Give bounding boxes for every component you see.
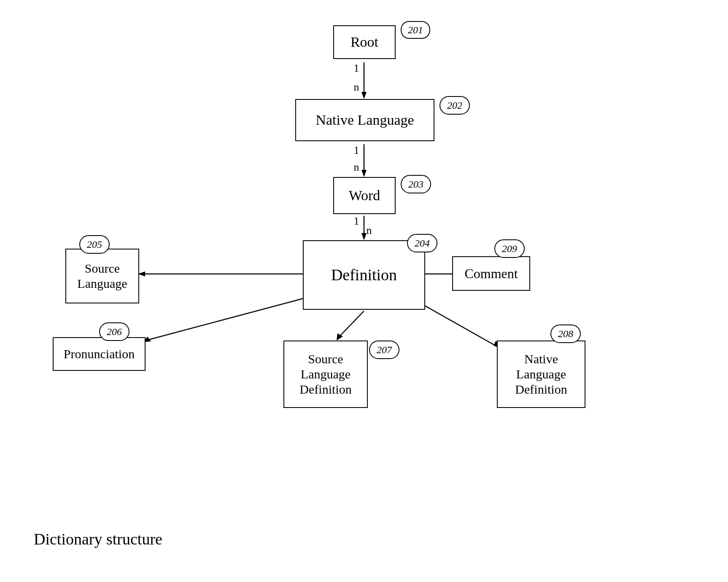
- word-node: Word: [333, 177, 396, 214]
- source-lang-def-node: Source Language Definition: [283, 341, 368, 408]
- root-badge: 201: [401, 21, 430, 39]
- diagram-container: 1 n 1 n 1 n Root: [0, 0, 728, 464]
- word-badge: 203: [401, 175, 431, 193]
- pronunciation-node: Pronunciation: [53, 337, 146, 371]
- edge-native-word-1: 1: [354, 144, 359, 156]
- svg-line-13: [413, 299, 497, 346]
- edge-root-native-n: n: [354, 81, 359, 93]
- pronunciation-badge: 206: [99, 322, 129, 341]
- native-lang-def-node: Native Language Definition: [497, 341, 585, 408]
- edge-word-def-1: 1: [354, 215, 359, 227]
- svg-line-11: [339, 311, 364, 337]
- comment-badge: 209: [494, 239, 525, 258]
- svg-line-9: [146, 295, 316, 341]
- comment-node: Comment: [452, 256, 530, 291]
- edge-word-def-n: n: [367, 224, 372, 236]
- svg-marker-5: [361, 233, 367, 240]
- edge-root-native-1: 1: [354, 62, 359, 74]
- caption: Dictionary structure: [34, 530, 162, 548]
- source-lang-def-badge: 207: [369, 341, 399, 359]
- edge-native-word-n: n: [354, 161, 359, 173]
- definition-node: Definition: [303, 240, 425, 310]
- svg-marker-3: [361, 170, 367, 177]
- native-language-node: Native Language: [295, 99, 434, 141]
- source-language-badge: 205: [79, 235, 110, 254]
- native-language-badge: 202: [439, 96, 470, 115]
- root-node: Root: [333, 25, 396, 59]
- svg-marker-1: [361, 92, 367, 99]
- definition-badge: 204: [407, 234, 437, 252]
- native-lang-def-badge: 208: [550, 325, 581, 343]
- source-language-node: Source Language: [65, 249, 139, 303]
